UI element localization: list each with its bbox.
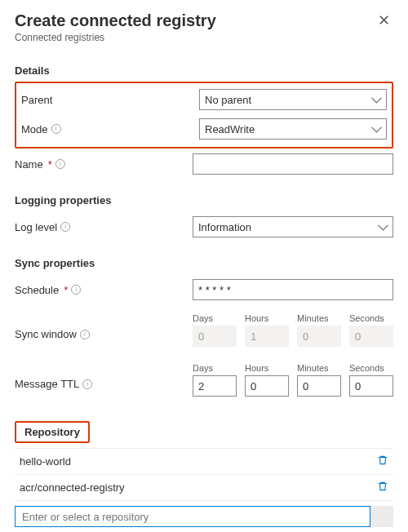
- syncwindow-days-input: [193, 326, 237, 347]
- info-icon[interactable]: i: [71, 285, 81, 295]
- syncwindow-hours-input: [245, 326, 289, 347]
- repository-section: Repository hello-world acr/connected-reg…: [15, 421, 393, 527]
- breadcrumb: Connected registries: [15, 32, 216, 43]
- page-title: Create connected registry: [15, 11, 216, 30]
- message-ttl-group: Days Hours Minutes Seconds: [193, 363, 393, 397]
- details-highlight-box: Parent No parent Mode i ReadWrite: [15, 82, 393, 149]
- hours-label: Hours: [245, 313, 289, 323]
- schedule-label: Schedule: [15, 284, 59, 296]
- section-details-title: Details: [15, 64, 393, 77]
- section-logging-title: Logging properties: [15, 194, 393, 206]
- name-input[interactable]: [193, 153, 393, 175]
- parent-select[interactable]: No parent: [199, 89, 387, 110]
- messagettl-label: Message TTL: [15, 378, 79, 390]
- loglevel-label: Log level: [15, 221, 57, 233]
- schedule-input[interactable]: [193, 279, 393, 300]
- loglevel-select[interactable]: Information: [193, 216, 393, 237]
- close-icon[interactable]: ✕: [375, 11, 393, 29]
- repository-item: acr/connected-registry: [15, 475, 393, 501]
- days-label: Days: [193, 313, 237, 323]
- required-indicator: *: [64, 284, 68, 296]
- syncwindow-label: Sync window: [15, 328, 77, 340]
- repository-item: hello-world: [15, 449, 393, 475]
- mode-label: Mode: [21, 123, 48, 135]
- seconds-label: Seconds: [349, 313, 393, 323]
- messagettl-hours-input[interactable]: [245, 375, 289, 397]
- seconds-label: Seconds: [349, 363, 393, 373]
- days-label: Days: [193, 363, 237, 373]
- messagettl-seconds-input[interactable]: [349, 375, 393, 397]
- sync-window-group: Days Hours Minutes Seconds: [193, 313, 393, 347]
- trash-icon[interactable]: [377, 481, 388, 494]
- info-icon[interactable]: i: [55, 159, 65, 169]
- repository-list: hello-world acr/connected-registry: [15, 448, 393, 501]
- messagettl-days-input[interactable]: [193, 375, 237, 397]
- parent-label: Parent: [21, 94, 52, 106]
- syncwindow-seconds-input: [349, 326, 393, 347]
- syncwindow-minutes-input: [297, 326, 341, 347]
- minutes-label: Minutes: [297, 313, 341, 323]
- info-icon[interactable]: i: [60, 222, 70, 232]
- minutes-label: Minutes: [297, 363, 341, 373]
- repository-header: Repository: [15, 421, 90, 443]
- repository-add-input[interactable]: [15, 506, 370, 527]
- info-icon[interactable]: i: [80, 330, 90, 339]
- repository-add-row: [15, 501, 393, 527]
- required-indicator: *: [48, 158, 52, 171]
- hours-label: Hours: [245, 363, 289, 373]
- repository-name: acr/connected-registry: [20, 481, 125, 494]
- create-connected-registry-panel: Create connected registry Connected regi…: [0, 0, 408, 532]
- mode-select[interactable]: ReadWrite: [199, 118, 387, 140]
- panel-header: Create connected registry Connected regi…: [15, 11, 393, 43]
- repo-add-spacer: [370, 506, 393, 527]
- info-icon[interactable]: i: [51, 124, 61, 134]
- trash-icon[interactable]: [377, 454, 388, 468]
- messagettl-minutes-input[interactable]: [297, 375, 341, 397]
- name-label: Name: [15, 158, 43, 171]
- section-sync-title: Sync properties: [15, 257, 393, 269]
- repository-name: hello-world: [20, 455, 71, 468]
- info-icon[interactable]: i: [82, 379, 92, 389]
